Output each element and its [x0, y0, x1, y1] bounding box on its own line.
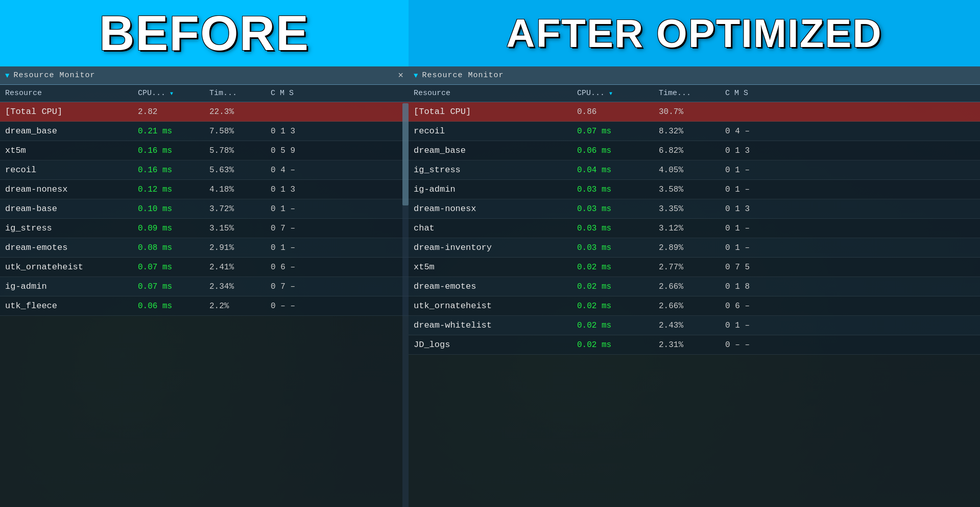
cell-cms: 0 1 – — [720, 219, 980, 238]
cell-cpu: 0.16 ms — [133, 141, 204, 160]
table-row: utk_ornateheist0.02 ms2.66%0 6 – — [409, 296, 980, 316]
right-col-time[interactable]: Time... — [654, 85, 720, 102]
cell-cms: 0 1 – — [720, 180, 980, 199]
cell-cms: 0 – – — [266, 296, 409, 316]
right-monitor-content: Resource CPU... ▼ Time... C M S [Total C… — [409, 85, 980, 507]
left-col-cpu[interactable]: CPU... ▼ — [133, 85, 204, 102]
cell-cpu: 0.86 — [572, 102, 654, 122]
cell-cpu: 0.03 ms — [572, 180, 654, 199]
right-table-body: [Total CPU]0.8630.7%recoil0.07 ms8.32%0 … — [409, 102, 980, 355]
left-monitor-titlebar: ▼ Resource Monitor × — [0, 66, 409, 85]
cell-cpu: 0.03 ms — [572, 219, 654, 238]
right-panel: AFTER OPTIMIZED ▼ Resource Monitor Resou… — [409, 0, 980, 507]
cell-cpu: 0.03 ms — [572, 199, 654, 219]
cell-time: 6.82% — [654, 141, 720, 160]
left-close-icon[interactable]: × — [398, 71, 403, 81]
table-row: dream-nonesx0.12 ms4.18%0 1 3 — [0, 180, 409, 199]
cell-resource-name: utk_ornateheist — [0, 258, 133, 277]
cell-cpu: 0.02 ms — [572, 335, 654, 355]
cell-resource-name: [Total CPU] — [409, 102, 572, 122]
left-monitor-content: Resource CPU... ▼ Tim... C M S [Total CP… — [0, 85, 409, 507]
cell-cpu: 0.07 ms — [133, 258, 204, 277]
right-resource-monitor: ▼ Resource Monitor Resource CPU... ▼ Tim… — [409, 66, 980, 507]
cell-cpu: 0.21 ms — [133, 122, 204, 141]
cell-time: 4.18% — [204, 180, 266, 199]
cell-resource-name: chat — [409, 219, 572, 238]
left-scrollbar[interactable] — [402, 103, 409, 507]
table-row: dream-emotes0.02 ms2.66%0 1 8 — [409, 277, 980, 296]
right-titlebar-arrow[interactable]: ▼ — [414, 72, 418, 80]
cell-cms: 0 5 9 — [266, 141, 409, 160]
cell-resource-name: xt5m — [409, 258, 572, 277]
cell-resource-name: dream-nonesx — [409, 199, 572, 219]
cell-cms: 0 1 – — [720, 160, 980, 180]
right-col-resource[interactable]: Resource — [409, 85, 572, 102]
left-col-resource[interactable]: Resource — [0, 85, 133, 102]
cell-cpu: 0.07 ms — [572, 122, 654, 141]
table-row: utk_fleece0.06 ms2.2%0 – – — [0, 296, 409, 316]
cell-cpu: 0.02 ms — [572, 258, 654, 277]
cell-cms: 0 1 3 — [720, 199, 980, 219]
cell-cpu: 0.06 ms — [572, 141, 654, 160]
table-row: utk_ornateheist0.07 ms2.41%0 6 – — [0, 258, 409, 277]
left-header-title: BEFORE — [99, 5, 309, 61]
cell-resource-name: recoil — [0, 160, 133, 180]
cell-cpu: 2.82 — [133, 102, 204, 122]
cell-cpu: 0.10 ms — [133, 199, 204, 219]
left-monitor-table: Resource CPU... ▼ Tim... C M S [Total CP… — [0, 85, 409, 316]
cell-time: 2.77% — [654, 258, 720, 277]
right-monitor-table: Resource CPU... ▼ Time... C M S [Total C… — [409, 85, 980, 355]
cell-cms: 0 1 – — [720, 316, 980, 335]
table-row: dream-base0.10 ms3.72%0 1 – — [0, 199, 409, 219]
cell-cms: 0 6 – — [266, 258, 409, 277]
table-row: JD_logs0.02 ms2.31%0 – – — [409, 335, 980, 355]
table-row: dream_base0.06 ms6.82%0 1 3 — [409, 141, 980, 160]
cell-time: 5.63% — [204, 160, 266, 180]
left-col-cms[interactable]: C M S — [266, 85, 409, 102]
cell-cpu: 0.07 ms — [133, 277, 204, 296]
cell-cms: 0 4 – — [266, 160, 409, 180]
cell-time: 8.32% — [654, 122, 720, 141]
cell-time: 3.15% — [204, 219, 266, 238]
right-monitor-titlebar: ▼ Resource Monitor — [409, 66, 980, 85]
table-row: chat0.03 ms3.12%0 1 – — [409, 219, 980, 238]
right-col-cpu[interactable]: CPU... ▼ — [572, 85, 654, 102]
table-row: recoil0.16 ms5.63%0 4 – — [0, 160, 409, 180]
left-resource-monitor: ▼ Resource Monitor × Resource CPU... ▼ T… — [0, 66, 409, 507]
right-col-cms[interactable]: C M S — [720, 85, 980, 102]
cell-cms: 0 4 – — [720, 122, 980, 141]
cell-cms: 0 – – — [720, 335, 980, 355]
right-header-title: AFTER OPTIMIZED — [506, 10, 882, 57]
cell-resource-name: ig_stress — [409, 160, 572, 180]
cell-cpu: 0.03 ms — [572, 238, 654, 258]
cell-cms: 0 1 – — [720, 238, 980, 258]
cell-time: 2.34% — [204, 277, 266, 296]
cell-cms — [720, 102, 980, 122]
left-table-header: Resource CPU... ▼ Tim... C M S — [0, 85, 409, 102]
cell-resource-name: dream-base — [0, 199, 133, 219]
cell-time: 2.31% — [654, 335, 720, 355]
left-col-time[interactable]: Tim... — [204, 85, 266, 102]
cell-cms: 0 7 5 — [720, 258, 980, 277]
cell-time: 2.66% — [654, 277, 720, 296]
cell-cpu: 0.06 ms — [133, 296, 204, 316]
cell-cpu: 0.02 ms — [572, 277, 654, 296]
cell-time: 7.58% — [204, 122, 266, 141]
left-table-body: [Total CPU]2.8222.3%dream_base0.21 ms7.5… — [0, 102, 409, 316]
cell-cms: 0 1 – — [266, 238, 409, 258]
left-panel: BEFORE ▼ Resource Monitor × Resource CPU… — [0, 0, 409, 507]
cell-resource-name: recoil — [409, 122, 572, 141]
cell-time: 30.7% — [654, 102, 720, 122]
comparison-wrapper: BEFORE ▼ Resource Monitor × Resource CPU… — [0, 0, 980, 507]
table-row: ig_stress0.04 ms4.05%0 1 – — [409, 160, 980, 180]
table-row: [Total CPU]2.8222.3% — [0, 102, 409, 122]
cell-cms: 0 7 – — [266, 277, 409, 296]
table-row: ig-admin0.07 ms2.34%0 7 – — [0, 277, 409, 296]
left-titlebar-arrow[interactable]: ▼ — [5, 72, 9, 80]
cell-resource-name: dream-nonesx — [0, 180, 133, 199]
cell-time: 2.43% — [654, 316, 720, 335]
cell-time: 5.78% — [204, 141, 266, 160]
left-scrollbar-thumb[interactable] — [402, 103, 409, 205]
cell-cms: 0 1 3 — [266, 180, 409, 199]
cell-cpu: 0.08 ms — [133, 238, 204, 258]
